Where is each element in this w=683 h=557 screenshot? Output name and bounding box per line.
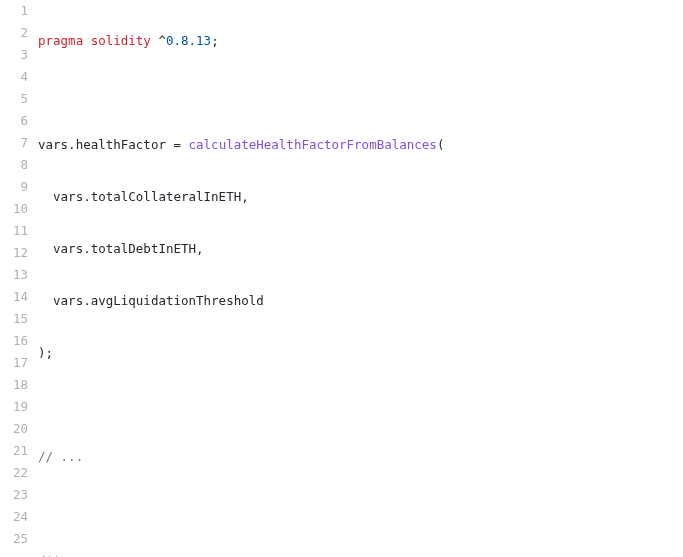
semicolon: ; bbox=[211, 33, 219, 48]
line-number: 1 bbox=[0, 0, 28, 22]
line-number-gutter: 1 2 3 4 5 6 7 8 9 10 11 12 13 14 15 16 1… bbox=[0, 0, 28, 557]
expr-lhs: vars.healthFactor bbox=[38, 137, 173, 152]
code-line bbox=[38, 82, 683, 104]
line-number: 21 bbox=[0, 440, 28, 462]
code-editor: 1 2 3 4 5 6 7 8 9 10 11 12 13 14 15 16 1… bbox=[0, 0, 683, 557]
line-number: 22 bbox=[0, 462, 28, 484]
code-line bbox=[38, 498, 683, 520]
version-literal: 0.8.13 bbox=[166, 33, 211, 48]
line-number: 3 bbox=[0, 44, 28, 66]
line-number: 5 bbox=[0, 88, 28, 110]
line-number: 11 bbox=[0, 220, 28, 242]
line-number: 23 bbox=[0, 484, 28, 506]
fn-call: calculateHealthFactorFromBalances bbox=[189, 137, 437, 152]
line-number: 10 bbox=[0, 198, 28, 220]
line-number: 18 bbox=[0, 374, 28, 396]
line-number: 16 bbox=[0, 330, 28, 352]
line-number: 24 bbox=[0, 506, 28, 528]
keyword-solidity: solidity bbox=[91, 33, 151, 48]
code-line: vars.totalCollateralInETH, bbox=[38, 186, 683, 208]
line-number: 8 bbox=[0, 154, 28, 176]
code-line: ); bbox=[38, 342, 683, 364]
line-number: 14 bbox=[0, 286, 28, 308]
code-content[interactable]: pragma solidity ^0.8.13; vars.healthFact… bbox=[28, 0, 683, 557]
comment-line: /** bbox=[38, 550, 683, 557]
caret: ^ bbox=[158, 33, 166, 48]
code-line: vars.totalDebtInETH, bbox=[38, 238, 683, 260]
code-line: pragma solidity ^0.8.13; bbox=[38, 30, 683, 52]
code-line: vars.healthFactor = calculateHealthFacto… bbox=[38, 134, 683, 156]
code-line: vars.avgLiquidationThreshold bbox=[38, 290, 683, 312]
line-number: 17 bbox=[0, 352, 28, 374]
line-number: 9 bbox=[0, 176, 28, 198]
keyword-pragma: pragma bbox=[38, 33, 83, 48]
line-number: 12 bbox=[0, 242, 28, 264]
line-number: 15 bbox=[0, 308, 28, 330]
equals: = bbox=[173, 137, 181, 152]
comment-line: // ... bbox=[38, 446, 683, 468]
space bbox=[181, 137, 189, 152]
line-number: 19 bbox=[0, 396, 28, 418]
code-line bbox=[38, 394, 683, 416]
line-number: 2 bbox=[0, 22, 28, 44]
line-number: 13 bbox=[0, 264, 28, 286]
line-number: 4 bbox=[0, 66, 28, 88]
lparen: ( bbox=[437, 137, 445, 152]
space bbox=[83, 33, 91, 48]
line-number: 20 bbox=[0, 418, 28, 440]
line-number: 6 bbox=[0, 110, 28, 132]
line-number: 25 bbox=[0, 528, 28, 550]
line-number: 7 bbox=[0, 132, 28, 154]
